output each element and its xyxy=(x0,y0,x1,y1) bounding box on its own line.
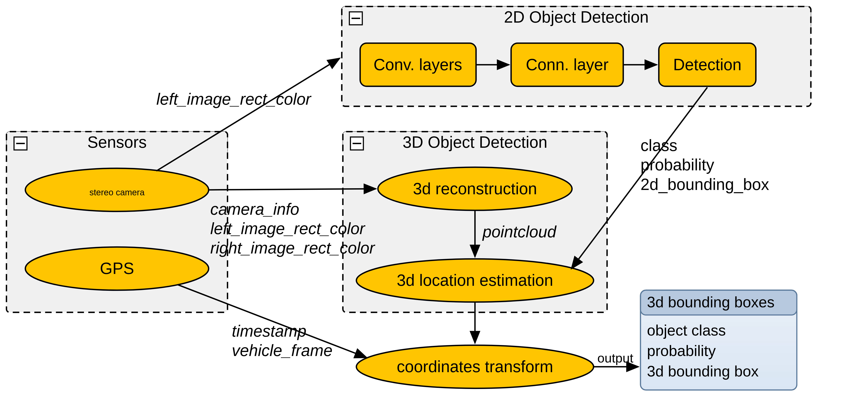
output-line-2: probability xyxy=(647,343,716,359)
group-2d-detection: 2D Object Detection Conv. layers Conn. l… xyxy=(342,6,811,106)
node-conn-layer-label: Conn. layer xyxy=(526,56,608,73)
edge-detection-to-locest-label-3: 2d_bounding_box xyxy=(641,175,769,194)
edge-stereo-to-3d-label-1: camera_info xyxy=(210,200,299,218)
node-conv-layers: Conv. layers xyxy=(360,43,476,86)
edge-stereo-to-3d-label-2: left_image_rect_color xyxy=(210,219,366,238)
node-stereo-camera-label: stereo camera xyxy=(89,187,145,197)
edge-recon-to-locest-label: pointcloud xyxy=(482,223,557,241)
collapse-toggle-2d[interactable] xyxy=(349,12,362,25)
edge-gps-to-coord-label-1: timestamp xyxy=(232,322,307,340)
output-box: 3d bounding boxes object class probabili… xyxy=(641,290,797,390)
node-detection: Detection xyxy=(659,43,756,86)
node-3d-location-estimation: 3d location estimation xyxy=(356,259,593,302)
group-title-3d: 3D Object Detection xyxy=(403,133,547,151)
group-3d-detection: 3D Object Detection 3d reconstruction 3d… xyxy=(343,131,607,312)
edge-stereo-to-2d-label: left_image_rect_color xyxy=(156,90,311,108)
edge-detection-to-locest-label-1: class xyxy=(641,136,677,154)
edge-detection-to-locest-label-2: probability xyxy=(641,156,714,174)
node-3d-reconstruction: 3d reconstruction xyxy=(378,167,572,210)
edge-stereo-to-3d-label-3: right_image_rect_color xyxy=(210,239,375,257)
node-conn-layer: Conn. layer xyxy=(511,43,623,86)
diagram-canvas: 2D Object Detection Conv. layers Conn. l… xyxy=(0,0,868,412)
node-stereo-camera: stereo camera xyxy=(25,168,209,211)
output-title: 3d bounding boxes xyxy=(647,294,775,311)
node-coordinates-transform-label: coordinates transform xyxy=(397,357,553,376)
node-detection-label: Detection xyxy=(673,56,741,73)
group-title-2d: 2D Object Detection xyxy=(504,8,649,26)
collapse-toggle-3d[interactable] xyxy=(350,137,363,150)
edge-gps-to-coord-label-2: vehicle_frame xyxy=(232,341,333,359)
collapse-toggle-sensors[interactable] xyxy=(14,137,27,150)
edge-coord-to-output-label: output xyxy=(597,351,633,365)
group-sensors: Sensors stereo camera GPS xyxy=(6,131,227,312)
node-gps-label: GPS xyxy=(100,259,134,277)
node-3d-location-estimation-label: 3d location estimation xyxy=(397,271,553,289)
output-line-1: object class xyxy=(647,322,726,339)
node-coordinates-transform: coordinates transform xyxy=(356,345,593,388)
group-title-sensors: Sensors xyxy=(87,133,147,151)
node-conv-layers-label: Conv. layers xyxy=(373,56,462,73)
node-3d-reconstruction-label: 3d reconstruction xyxy=(413,180,537,198)
output-line-3: 3d bounding box xyxy=(647,363,758,380)
edge-stereo-to-2d xyxy=(156,58,340,171)
node-gps: GPS xyxy=(25,247,209,290)
